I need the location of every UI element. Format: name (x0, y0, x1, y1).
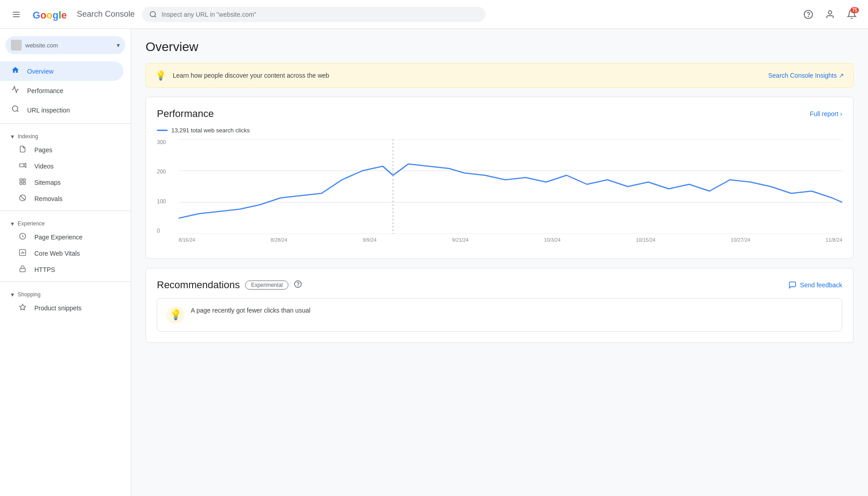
rec-item-text: A page recently got fewer clicks than us… (191, 306, 311, 315)
sitemaps-icon (18, 178, 27, 187)
experience-label: Experience (18, 220, 45, 227)
videos-icon (18, 162, 27, 171)
sidebar-item-pages[interactable]: Pages (0, 142, 131, 158)
https-label: HTTPS (34, 266, 55, 273)
svg-point-7 (808, 16, 809, 17)
indexing-section-label[interactable]: ▾ Indexing (0, 127, 131, 142)
chart-svg-area: 8/16/24 8/28/24 9/9/24 9/21/24 10/3/24 1… (179, 139, 842, 248)
header: Google Search Console 75 (0, 0, 868, 29)
app-title: Search Console (77, 9, 135, 19)
product-snippets-label: Product snippets (34, 304, 81, 312)
insight-bulb-icon: 💡 (155, 70, 166, 81)
performance-label: Performance (27, 87, 63, 94)
sidebar-divider-2 (0, 211, 131, 211)
rec-bulb-icon: 💡 (166, 306, 184, 324)
send-feedback-label: Send feedback (800, 281, 842, 289)
sidebar-item-videos[interactable]: Videos (0, 158, 131, 174)
chart-legend-text: 13,291 total web search clicks (171, 127, 250, 134)
page-title: Overview (146, 40, 854, 54)
sidebar-divider-3 (0, 281, 131, 282)
sidebar-divider-1 (0, 123, 131, 124)
external-link-icon: ↗ (839, 72, 844, 79)
svg-rect-16 (20, 182, 22, 184)
overview-label: Overview (27, 68, 53, 75)
send-feedback-button[interactable]: Send feedback (788, 281, 842, 289)
shopping-section-label[interactable]: ▾ Shopping (0, 285, 131, 300)
sidebar-item-performance[interactable]: Performance (0, 81, 123, 100)
search-bar[interactable] (142, 7, 486, 22)
shopping-chevron-icon: ▾ (11, 291, 14, 298)
notifications-button[interactable]: 75 (843, 5, 861, 23)
recommendations-title: Recommendations (157, 279, 240, 291)
insight-banner: 💡 Learn how people discover your content… (146, 63, 854, 88)
svg-rect-13 (20, 179, 22, 181)
svg-line-18 (20, 196, 24, 200)
removals-label: Removals (34, 195, 62, 202)
account-icon (825, 9, 835, 19)
recommendation-item: 💡 A page recently got fewer clicks than … (157, 298, 842, 332)
sidebar-item-product-snippets[interactable]: Product snippets (0, 300, 131, 316)
arrow-right-icon: › (840, 110, 842, 117)
recommendations-help-icon[interactable] (294, 280, 302, 290)
notification-badge: 75 (850, 7, 859, 13)
indexing-chevron-icon: ▾ (11, 133, 14, 140)
property-selector[interactable]: website.com ▾ (5, 36, 125, 54)
page-experience-icon (18, 233, 27, 242)
indexing-label: Indexing (18, 133, 38, 140)
page-experience-label: Page Experience (34, 234, 83, 241)
search-input[interactable] (161, 11, 478, 18)
https-icon (18, 265, 27, 274)
help-button[interactable] (799, 5, 817, 23)
core-web-vitals-icon (18, 249, 27, 258)
logo: Google Search Console (33, 8, 135, 21)
recommendations-header: Recommendations Experimental Send feedba… (157, 279, 842, 291)
sidebar-item-sitemaps[interactable]: Sitemaps (0, 174, 131, 191)
main-content: Overview 💡 Learn how people discover you… (131, 29, 868, 496)
product-snippets-icon (18, 304, 27, 313)
svg-marker-12 (24, 163, 26, 167)
performance-card-title: Performance (157, 108, 214, 120)
sidebar-item-page-experience[interactable]: Page Experience (0, 229, 131, 245)
svg-point-9 (12, 106, 18, 111)
account-button[interactable] (821, 5, 839, 23)
svg-rect-11 (19, 164, 24, 167)
svg-rect-24 (20, 268, 25, 271)
experience-section-label[interactable]: ▾ Experience (0, 215, 131, 229)
legend-line-indicator (157, 130, 168, 131)
main-layout: website.com ▾ Overview Performance (0, 29, 868, 496)
svg-point-4 (150, 11, 156, 17)
search-console-insights-link[interactable]: Search Console Insights ↗ (768, 72, 844, 79)
rec-title-row: Recommendations Experimental (157, 279, 302, 291)
pages-label: Pages (34, 146, 52, 154)
removals-icon (18, 194, 27, 203)
performance-card-header: Performance Full report › (157, 108, 842, 120)
experience-chevron-icon: ▾ (11, 220, 14, 227)
url-inspection-icon (11, 105, 20, 115)
help-icon (803, 9, 813, 19)
performance-icon (11, 85, 20, 96)
search-icon (149, 10, 157, 19)
recommendations-card: Recommendations Experimental Send feedba… (146, 268, 854, 343)
performance-line-chart (179, 139, 842, 234)
svg-rect-15 (23, 182, 25, 184)
feedback-icon (788, 281, 797, 289)
chart-x-labels: 8/16/24 8/28/24 9/9/24 9/21/24 10/3/24 1… (179, 235, 842, 243)
sitemaps-label: Sitemaps (34, 179, 61, 186)
svg-point-32 (298, 285, 298, 286)
videos-label: Videos (34, 163, 54, 170)
svg-text:Google: Google (33, 9, 67, 21)
performance-full-report-link[interactable]: Full report › (810, 110, 842, 117)
sidebar-item-removals[interactable]: Removals (0, 191, 131, 207)
home-icon (11, 66, 20, 76)
property-avatar (11, 40, 22, 51)
sidebar-item-overview[interactable]: Overview (0, 61, 123, 81)
menu-button[interactable] (7, 5, 25, 23)
svg-point-8 (828, 10, 831, 14)
svg-rect-14 (23, 179, 25, 181)
sidebar: website.com ▾ Overview Performance (0, 29, 131, 496)
svg-marker-25 (19, 304, 25, 310)
sidebar-item-url-inspection[interactable]: URL inspection (0, 100, 123, 120)
header-actions: 75 (799, 5, 861, 23)
sidebar-item-https[interactable]: HTTPS (0, 262, 131, 278)
sidebar-item-core-web-vitals[interactable]: Core Web Vitals (0, 245, 131, 262)
